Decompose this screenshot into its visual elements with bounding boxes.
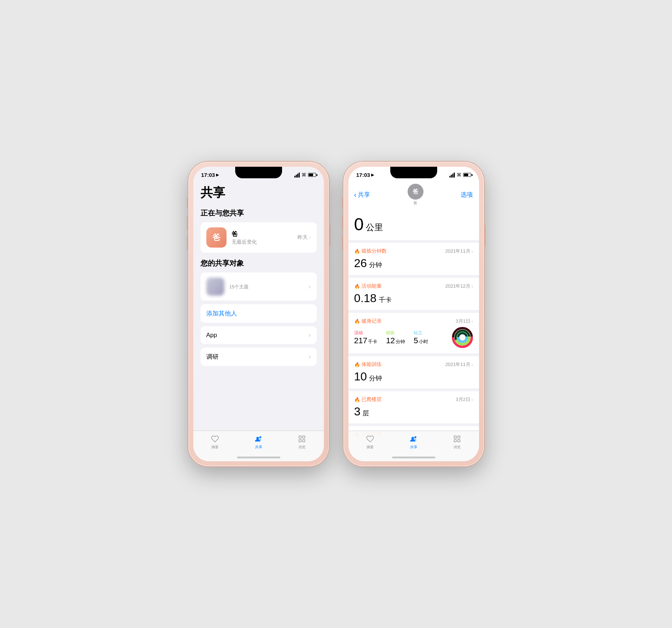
sharing-with-you-title: 正在与您共享 bbox=[201, 208, 317, 218]
nav-title-area: 爸 爸 bbox=[408, 184, 423, 206]
nav-bar: ‹ 共享 爸 爸 选项 bbox=[348, 181, 479, 209]
fitness-training-title: 🔥 体能训练 bbox=[354, 361, 382, 368]
exercise-date: 2021年11月 › bbox=[445, 248, 473, 254]
battery-fill-2 bbox=[464, 174, 469, 176]
svg-point-12 bbox=[411, 437, 414, 440]
fitness-training-header: 🔥 体能训练 2021年11月 › bbox=[354, 361, 473, 368]
svg-point-13 bbox=[414, 436, 416, 439]
page1-body: 共享 正在与您共享 爸 爸 无最近变化 昨天 › bbox=[193, 181, 324, 406]
tab-browse-2[interactable]: 浏览 bbox=[435, 435, 479, 450]
fitness-record-header: 🔥 健身记录 3月1日 › bbox=[354, 318, 473, 324]
home-indicator bbox=[237, 457, 280, 458]
signal-bars bbox=[294, 173, 300, 178]
chevron8: › bbox=[471, 362, 473, 367]
exercise-minutes-card[interactable]: 🔥 锻炼分钟数 2021年11月 › 26 分钟 bbox=[348, 243, 479, 275]
svg-rect-3 bbox=[303, 436, 305, 438]
active-energy-card[interactable]: 🔥 活动能量 2021年12月 › 0.18 千卡 bbox=[348, 278, 479, 310]
heart-icon bbox=[211, 435, 219, 443]
exercise-unit2: 分钟 bbox=[396, 339, 405, 345]
chevron9: › bbox=[471, 397, 473, 402]
stand-unit: 小时 bbox=[419, 339, 428, 345]
tab-sharing[interactable]: 共享 bbox=[237, 435, 280, 450]
volume-up-button[interactable] bbox=[187, 216, 188, 230]
sb1 bbox=[449, 176, 451, 178]
chevron-icon4: › bbox=[309, 353, 311, 361]
heart-icon-2 bbox=[366, 435, 374, 443]
sharing-icon-2 bbox=[409, 435, 418, 443]
exercise-unit: 分钟 bbox=[369, 261, 382, 269]
svg-rect-14 bbox=[454, 436, 456, 438]
menu-section: App › 调研 › bbox=[201, 326, 317, 366]
tab-summary-2[interactable]: 摘要 bbox=[348, 435, 392, 450]
battery-icon-2 bbox=[463, 173, 471, 177]
power-button[interactable] bbox=[329, 225, 330, 247]
volume-up-button2[interactable] bbox=[342, 216, 343, 230]
status-time-2: 17:03 bbox=[356, 172, 370, 178]
tab-browse-label-2: 浏览 bbox=[453, 445, 461, 450]
exercise-label: 锻炼 bbox=[386, 330, 405, 336]
shared-person-row[interactable]: 爸 爸 无最近变化 昨天 › bbox=[201, 222, 317, 253]
flame-icon-5: 🔥 bbox=[354, 397, 360, 402]
distance-card[interactable]: 0 公里 bbox=[348, 209, 479, 240]
notch bbox=[235, 167, 282, 178]
distance-value: 0 bbox=[354, 214, 364, 234]
tab-browse[interactable]: 浏览 bbox=[280, 435, 324, 450]
fitness-record-card[interactable]: 🔥 健身记录 3月1日 › 活动 bbox=[348, 313, 479, 353]
battery-icon bbox=[308, 173, 316, 177]
sb4 bbox=[454, 173, 455, 178]
volume-down-button2[interactable] bbox=[342, 236, 343, 250]
active-energy-title: 🔥 活动能量 bbox=[354, 283, 382, 289]
grid-icon-2 bbox=[453, 435, 461, 443]
power-button2[interactable] bbox=[484, 225, 486, 247]
signal-bars-2 bbox=[449, 173, 455, 178]
screen1-content: 17:03 ▶ ⌘ 共享 bbox=[193, 167, 324, 461]
sharing-icon bbox=[254, 435, 263, 443]
shared-target-icon bbox=[206, 278, 224, 296]
floors-unit: 层 bbox=[363, 409, 369, 418]
menu-item-research[interactable]: 调研 › bbox=[201, 348, 317, 366]
active-energy-date: 2021年12月 › bbox=[445, 283, 473, 289]
tab-sharing-2[interactable]: 共享 bbox=[392, 435, 435, 450]
fitness-training-card[interactable]: 🔥 体能训练 2021年11月 › 10 分钟 bbox=[348, 356, 479, 388]
floors-card[interactable]: 🔥 已爬楼层 3月2日 › 3 层 bbox=[348, 391, 479, 423]
status-icons: ⌘ bbox=[294, 172, 316, 178]
stand-label: 站立 bbox=[414, 330, 428, 336]
svg-rect-15 bbox=[458, 436, 460, 438]
phone2-screen: 17:03 ▶ ⌘ bbox=[348, 167, 479, 461]
silent-button2[interactable] bbox=[342, 198, 343, 209]
menu-item-app[interactable]: App › bbox=[201, 326, 317, 344]
exercise-value: 26 bbox=[354, 257, 367, 270]
shared-person-card[interactable]: 爸 爸 无最近变化 昨天 › bbox=[201, 222, 317, 253]
move-unit: 千卡 bbox=[368, 339, 377, 345]
signal-bar-3 bbox=[297, 174, 298, 178]
fitness-training-unit: 分钟 bbox=[369, 374, 382, 383]
svg-rect-4 bbox=[299, 440, 301, 442]
your-shared-with-title: 您的共享对象 bbox=[201, 258, 317, 268]
silent-button[interactable] bbox=[187, 198, 188, 209]
fitness-training-value: 10 bbox=[354, 370, 367, 383]
add-person-button[interactable]: 添加其他人 bbox=[201, 304, 317, 323]
phone1-screen: 17:03 ▶ ⌘ 共享 bbox=[193, 167, 324, 461]
share-target-card[interactable]: 15个主题 › bbox=[201, 272, 317, 301]
svg-rect-17 bbox=[458, 440, 460, 442]
tab-summary[interactable]: 摘要 bbox=[193, 435, 237, 450]
chevron6: › bbox=[471, 283, 473, 289]
svg-point-0 bbox=[256, 437, 259, 440]
stand-value: 5 bbox=[414, 336, 418, 345]
page-title: 共享 bbox=[201, 184, 317, 201]
svg-rect-16 bbox=[454, 440, 456, 442]
stand-stat: 站立 5 小时 bbox=[414, 330, 428, 345]
back-button[interactable]: ‹ 共享 bbox=[354, 191, 370, 199]
active-energy-unit: 千卡 bbox=[379, 296, 392, 304]
fitness-training-date: 2021年11月 › bbox=[445, 361, 473, 368]
sb3 bbox=[452, 174, 453, 178]
flame-icon-4: 🔥 bbox=[354, 362, 360, 367]
share-target-count: 15个主题 bbox=[229, 284, 309, 290]
volume-down-button[interactable] bbox=[187, 236, 188, 250]
status-icons-2: ⌘ bbox=[449, 172, 471, 178]
wifi-icon: ⌘ bbox=[302, 172, 306, 178]
battery-fill bbox=[309, 174, 313, 176]
fitness-stats-row: 活动 217 千卡 锻炼 12 分钟 bbox=[354, 327, 473, 348]
phone1: 17:03 ▶ ⌘ 共享 bbox=[188, 162, 329, 466]
nav-action-button[interactable]: 选项 bbox=[461, 191, 473, 199]
